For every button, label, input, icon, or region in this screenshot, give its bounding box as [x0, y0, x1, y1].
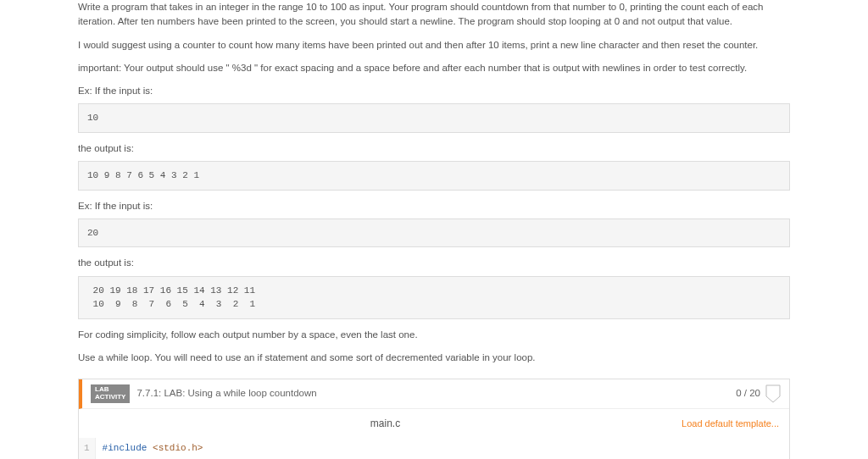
- lab-score: 0 / 20: [736, 386, 760, 401]
- final-note-2: Use a while loop. You will need to use a…: [78, 351, 790, 365]
- example1-output-box: 10 9 8 7 6 5 4 3 2 1: [78, 161, 790, 191]
- example2-label: Ex: If the input is:: [78, 199, 790, 213]
- instruction-paragraph-1: Write a program that takes in an integer…: [78, 0, 790, 30]
- file-bar: main.c Load default template...: [79, 409, 789, 438]
- lab-activity-panel: LAB ACTIVITY 7.7.1: LAB: Using a while l…: [78, 379, 790, 459]
- code-token: <stdio.h>: [153, 443, 203, 453]
- page-container: Write a program that takes in an integer…: [0, 0, 868, 459]
- example2-output-box: 20 19 18 17 16 15 14 13 12 11 10 9 8 7 6…: [78, 276, 790, 319]
- example2-output-label: the output is:: [78, 256, 790, 270]
- example1-input-box: 10: [78, 103, 790, 133]
- code-editor[interactable]: 1 2 3 4 #include <stdio.h> int main(void…: [79, 438, 789, 459]
- file-name-label: main.c: [89, 416, 682, 431]
- lab-badge-line2: ACTIVITY: [95, 394, 125, 401]
- example1-output-label: the output is:: [78, 141, 790, 156]
- instruction-paragraph-2: I would suggest using a counter to count…: [78, 38, 790, 53]
- content-area: Write a program that takes in an integer…: [78, 0, 790, 459]
- lab-header: LAB ACTIVITY 7.7.1: LAB: Using a while l…: [79, 379, 789, 409]
- example1-label: Ex: If the input is:: [78, 84, 790, 98]
- lab-activity-badge: LAB ACTIVITY: [91, 384, 130, 403]
- editor-gutter: 1 2 3 4: [79, 438, 96, 459]
- load-default-template-link[interactable]: Load default template...: [682, 417, 779, 431]
- example2-input-box: 20: [78, 218, 790, 248]
- shield-icon: [765, 384, 781, 403]
- editor-code[interactable]: #include <stdio.h> int main(void) { int …: [96, 438, 215, 459]
- lab-title: 7.7.1: LAB: Using a while loop countdown: [136, 386, 736, 401]
- final-note-1: For coding simplicity, follow each outpu…: [78, 328, 790, 342]
- instruction-paragraph-3: important: Your output should use " %3d …: [78, 61, 790, 75]
- code-token: #include: [103, 443, 153, 453]
